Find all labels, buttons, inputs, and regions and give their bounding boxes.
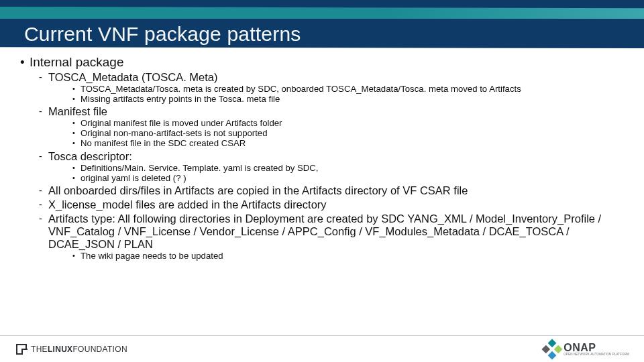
bullet-level2: All onboarded dirs/files in Artifacts ar… bbox=[39, 184, 632, 197]
slide-title: Current VNF package patterns bbox=[24, 23, 301, 46]
bullet-text: TOSCA_Metadata (TOSCA. Meta) bbox=[48, 71, 217, 83]
linux-foundation-logo: THELINUXFOUNDATION bbox=[16, 344, 127, 355]
footer-bar: THELINUXFOUNDATION ONAP OPEN NETWORK AUT… bbox=[0, 335, 644, 362]
onap-text-small: OPEN NETWORK AUTOMATION PLATFORM bbox=[564, 353, 629, 356]
lf-logo-text: THELINUXFOUNDATION bbox=[31, 345, 127, 354]
lf-text-foundation: FOUNDATION bbox=[72, 345, 127, 354]
bullet-level2: TOSCA_Metadata (TOSCA. Meta) TOSCA_Metad… bbox=[39, 71, 632, 104]
lf-text-the: THE bbox=[31, 345, 48, 354]
bullet-level3: Original manifest file is moved under Ar… bbox=[72, 118, 632, 128]
slide-body: Internal package TOSCA_Metadata (TOSCA. … bbox=[20, 55, 632, 263]
bullet-level3: No manifest file in the SDC created CSAR bbox=[72, 138, 632, 148]
bullet-text: Artifacts type: All following directorie… bbox=[48, 213, 601, 250]
onap-text-big: ONAP bbox=[564, 342, 596, 353]
onap-logo: ONAP OPEN NETWORK AUTOMATION PLATFORM bbox=[545, 342, 629, 357]
bullet-text: Internal package bbox=[30, 55, 124, 69]
bullet-level2: Artifacts type: All following directorie… bbox=[39, 213, 632, 261]
bullet-level3: Original non-mano-artifact-sets is not s… bbox=[72, 128, 632, 138]
lf-mark-icon bbox=[16, 344, 27, 355]
bullet-level2: Manifest file Original manifest file is … bbox=[39, 105, 632, 148]
onap-mark-icon bbox=[542, 339, 563, 359]
bullet-level3: Missing artifacts entry points in the To… bbox=[72, 94, 632, 104]
lf-text-linux: LINUX bbox=[48, 345, 73, 354]
bullet-level3: TOSCA_Metadata/Tosca. meta is created by… bbox=[72, 84, 632, 94]
bullet-text: Tosca descriptor: bbox=[48, 150, 132, 162]
bullet-level3: The wiki pagae needs to be updated bbox=[72, 251, 632, 261]
bullet-level3: original yaml is deleted (? ) bbox=[72, 173, 632, 183]
onap-logo-text: ONAP OPEN NETWORK AUTOMATION PLATFORM bbox=[564, 342, 629, 356]
bullet-level3: Definitions/Main. Service. Template. yam… bbox=[72, 163, 632, 173]
bullet-text: Manifest file bbox=[48, 105, 107, 117]
bullet-level2: Tosca descriptor: Definitions/Main. Serv… bbox=[39, 150, 632, 183]
bullet-level1: Internal package TOSCA_Metadata (TOSCA. … bbox=[20, 55, 632, 261]
bullet-level2: X_license_model files are added in the A… bbox=[39, 198, 632, 211]
